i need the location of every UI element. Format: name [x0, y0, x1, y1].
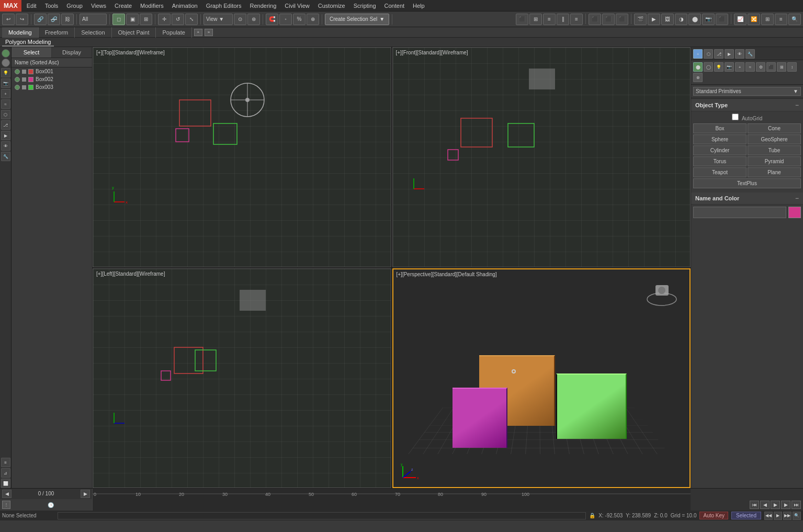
rp-utilities-icon[interactable]: 🔧 [745, 49, 755, 59]
menu-customize[interactable]: Customize [314, 0, 349, 12]
redo-button[interactable]: ↪ [16, 14, 28, 25]
primitives-dropdown[interactable]: Standard Primitives ▼ [693, 87, 801, 96]
rp-light-icon[interactable]: 💡 [714, 62, 723, 72]
left-icon-helper[interactable]: + [1, 89, 10, 98]
unlink-button[interactable]: 🔗 [48, 14, 60, 25]
left-icon-camera[interactable]: 📷 [1, 78, 10, 88]
create-selection-button[interactable]: Create Selection Sel ▼ [325, 14, 389, 25]
rp-system-icon[interactable]: ⚙ [756, 62, 765, 72]
box003-freeze[interactable] [22, 85, 26, 89]
go-start-button[interactable]: ⏮ [750, 501, 759, 509]
menu-group[interactable]: Group [62, 0, 87, 12]
rp-modify-icon[interactable]: ⬡ [704, 49, 713, 59]
status-search-icon[interactable]: 🔍 [793, 512, 801, 520]
percent-snap-button[interactable]: % [293, 14, 306, 25]
align2-button[interactable]: ‖ [557, 14, 569, 25]
left-icon-container[interactable]: ⬜ [1, 479, 10, 488]
box-button[interactable]: Box [693, 123, 747, 133]
scene-item-box003[interactable]: Box003 [12, 83, 92, 91]
max-button[interactable]: MAX [0, 0, 21, 12]
name-color-collapse-icon[interactable]: − [795, 195, 799, 202]
name-color-swatch[interactable] [788, 207, 801, 218]
play-button[interactable]: ▶ [771, 501, 780, 509]
cone-button[interactable]: Cone [748, 123, 801, 133]
status-prev-button[interactable]: ◀◀ [764, 512, 773, 520]
curve-editor-button[interactable]: 📈 [734, 14, 747, 25]
left-icon-light[interactable]: 💡 [1, 68, 10, 77]
next-frame-button[interactable]: ▶ [781, 501, 790, 509]
render-to-texture-button[interactable]: 📷 [702, 14, 715, 25]
bind-space-warp-button[interactable]: ⛓ [61, 14, 74, 25]
textplus-button[interactable]: TextPlus [693, 178, 801, 188]
layer-manager-button[interactable]: ≡ [775, 14, 787, 25]
menu-rendering[interactable]: Rendering [246, 0, 281, 12]
pivot-button[interactable]: ⊙ [234, 14, 246, 25]
rp-geometry-icon[interactable]: ⬤ [693, 62, 703, 72]
batch-render-button[interactable]: ⬛ [716, 14, 728, 25]
explorer-button[interactable]: 🔍 [788, 14, 801, 25]
tab-arrow-icon[interactable]: » [205, 29, 213, 36]
left-icon-shape[interactable] [2, 59, 10, 67]
select-window-crossing-button[interactable]: ⊞ [140, 14, 152, 25]
torus-button[interactable]: Torus [693, 156, 747, 166]
move-button[interactable]: ✛ [158, 14, 171, 25]
render-setup-button[interactable]: 🎬 [634, 14, 647, 25]
name-color-rollout-header[interactable]: Name and Color − [691, 193, 803, 205]
status-play-button[interactable]: ▶ [774, 512, 782, 520]
timeline-track[interactable]: 0 10 20 30 40 50 60 70 80 90 100 [93, 489, 691, 499]
spinner-snap-button[interactable]: ⊕ [307, 14, 319, 25]
normal-align-button[interactable]: ≡ [570, 14, 583, 25]
sub-tab-polygon-modeling[interactable]: Polygon Modeling [2, 38, 54, 47]
box001-freeze[interactable] [22, 70, 26, 74]
box002-visibility[interactable] [15, 77, 20, 82]
rp-camera-icon[interactable]: 📷 [725, 62, 734, 72]
left-icon-utilities[interactable]: 🔧 [1, 152, 10, 161]
status-next-button[interactable]: ▶▶ [783, 512, 791, 520]
menu-content[interactable]: Content [380, 0, 409, 12]
object-type-collapse-icon[interactable]: − [795, 101, 799, 109]
array-button[interactable]: ⊞ [529, 14, 542, 25]
undo-button[interactable]: ↩ [2, 14, 15, 25]
material-button[interactable]: ⬤ [688, 14, 701, 25]
viewport-front[interactable]: [+][Front][Standard][Wireframe] [392, 47, 691, 267]
rp-display-icon[interactable]: 👁 [735, 49, 744, 59]
rp-extra3-icon[interactable]: ↕ [787, 62, 797, 72]
box002-freeze[interactable] [22, 77, 26, 82]
render-button[interactable]: ▶ [648, 14, 660, 25]
viewport-top[interactable]: [+][Top][Standard][Wireframe] x y [93, 47, 391, 267]
lp-tab-display[interactable]: Display [52, 47, 92, 58]
rp-extra-icon[interactable]: ⬛ [766, 62, 776, 72]
timeline-right-arrow[interactable]: ▶ [81, 490, 90, 498]
box001-color[interactable] [28, 69, 33, 74]
menu-animation[interactable]: Animation [168, 0, 202, 12]
select-region-button[interactable]: ▣ [126, 14, 139, 25]
select-link-button[interactable]: 🔗 [34, 14, 47, 25]
pivot2-button[interactable]: ⊛ [247, 14, 260, 25]
schematic-view-button[interactable]: 🔀 [748, 14, 760, 25]
tab-object-paint[interactable]: Object Paint [112, 27, 156, 38]
rp-hierarchy-icon[interactable]: ⎇ [714, 49, 723, 59]
angle-snap-button[interactable]: ◦ [279, 14, 292, 25]
left-icon-layer[interactable]: ≡ [1, 458, 10, 467]
left-icon-modifier[interactable]: ⬡ [1, 110, 10, 119]
autogrid-checkbox[interactable] [732, 114, 739, 120]
prev-frame-button[interactable]: ◀ [760, 501, 770, 509]
box001-visibility[interactable] [15, 69, 20, 74]
mirror-button[interactable]: ⬛ [516, 14, 528, 25]
autokey-button[interactable]: Auto Key [699, 512, 728, 519]
screen-lock-icon[interactable]: 🔒 [589, 513, 595, 518]
rp-create-icon[interactable]: + [693, 49, 703, 59]
pyramid-button[interactable]: Pyramid [748, 156, 801, 166]
menu-tools[interactable]: Tools [41, 0, 63, 12]
tab-selection[interactable]: Selection [75, 27, 111, 38]
viewport-perspective[interactable]: [+][Perspective][Standard][Default Shadi… [392, 268, 691, 489]
viewport-left[interactable]: [+][Left][Standard][Wireframe] [93, 268, 391, 489]
rp-spacewarp-icon[interactable]: ≈ [745, 62, 755, 72]
selection-filter-dropdown[interactable]: All [80, 14, 107, 25]
snap-toggle-button[interactable]: 🧲 [266, 14, 278, 25]
menu-civil-view[interactable]: Civil View [280, 0, 313, 12]
teapot-button[interactable]: Teapot [693, 167, 747, 177]
scale-button[interactable]: ⤡ [185, 14, 198, 25]
rp-motion-icon[interactable]: ▶ [725, 49, 734, 59]
menu-create[interactable]: Create [110, 0, 136, 12]
